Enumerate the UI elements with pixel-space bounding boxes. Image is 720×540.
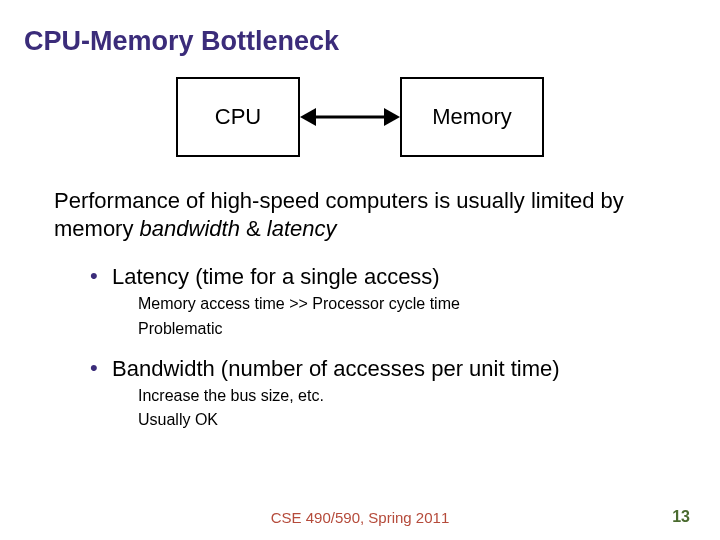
- double-arrow-icon: [300, 107, 400, 127]
- cpu-label: CPU: [215, 104, 261, 130]
- bullet-latency-sub1: Memory access time >> Processor cycle ti…: [138, 294, 696, 315]
- intro-mid: &: [240, 216, 267, 241]
- bullet-bandwidth-title: Bandwidth (number of accesses per unit t…: [112, 356, 696, 382]
- cpu-box: CPU: [176, 77, 300, 157]
- bullet-list: Latency (time for a single access) Memor…: [90, 264, 696, 431]
- bullet-latency-title: Latency (time for a single access): [112, 264, 696, 290]
- intro-em-latency: latency: [267, 216, 337, 241]
- cpu-memory-diagram: CPU Memory: [24, 77, 696, 157]
- bullet-bandwidth-sub1: Increase the bus size, etc.: [138, 386, 696, 407]
- arrow-line: [314, 116, 386, 119]
- bullet-latency-sub2: Problematic: [138, 319, 696, 340]
- intro-em-bandwidth: bandwidth: [140, 216, 240, 241]
- intro-text: Performance of high-speed computers is u…: [54, 187, 666, 242]
- memory-label: Memory: [432, 104, 511, 130]
- footer-text: CSE 490/590, Spring 2011: [0, 509, 720, 526]
- memory-box: Memory: [400, 77, 544, 157]
- slide-title: CPU-Memory Bottleneck: [24, 26, 696, 57]
- page-number: 13: [672, 508, 690, 526]
- bullet-bandwidth: Bandwidth (number of accesses per unit t…: [90, 356, 696, 432]
- slide: CPU-Memory Bottleneck CPU Memory Perform…: [0, 0, 720, 540]
- bullet-latency: Latency (time for a single access) Memor…: [90, 264, 696, 340]
- bullet-bandwidth-sub2: Usually OK: [138, 410, 696, 431]
- arrow-head-right-icon: [384, 108, 400, 126]
